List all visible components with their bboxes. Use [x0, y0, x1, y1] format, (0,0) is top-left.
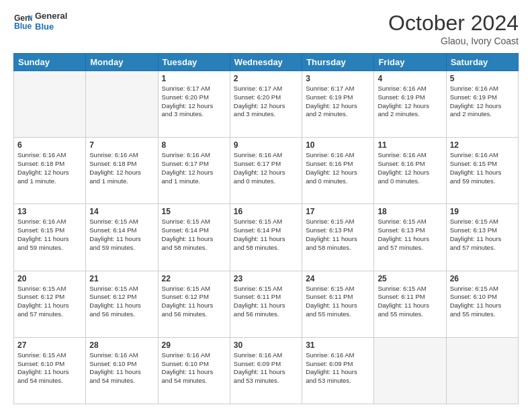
- calendar-day-19: 19Sunrise: 6:15 AM Sunset: 6:13 PM Dayli…: [446, 204, 518, 271]
- day-number: 14: [89, 207, 154, 216]
- calendar-day-28: 28Sunrise: 6:16 AM Sunset: 6:10 PM Dayli…: [86, 337, 158, 404]
- calendar-day-1: 1Sunrise: 6:17 AM Sunset: 6:20 PM Daylig…: [158, 71, 230, 138]
- weekday-header-thursday: Thursday: [302, 54, 374, 71]
- day-number: 20: [17, 274, 82, 283]
- day-info: Sunrise: 6:16 AM Sunset: 6:09 PM Dayligh…: [234, 351, 298, 385]
- day-number: 4: [378, 74, 442, 83]
- day-info: Sunrise: 6:15 AM Sunset: 6:13 PM Dayligh…: [378, 218, 442, 252]
- calendar-day-14: 14Sunrise: 6:15 AM Sunset: 6:14 PM Dayli…: [86, 204, 158, 271]
- day-info: Sunrise: 6:16 AM Sunset: 6:17 PM Dayligh…: [234, 151, 298, 185]
- day-number: 12: [450, 140, 515, 150]
- day-info: Sunrise: 6:15 AM Sunset: 6:14 PM Dayligh…: [162, 218, 226, 252]
- day-info: Sunrise: 6:15 AM Sunset: 6:13 PM Dayligh…: [450, 218, 515, 252]
- location-subtitle: Glaou, Ivory Coast: [388, 36, 519, 46]
- day-number: 29: [162, 340, 226, 350]
- day-info: Sunrise: 6:17 AM Sunset: 6:19 PM Dayligh…: [306, 85, 370, 119]
- day-info: Sunrise: 6:15 AM Sunset: 6:13 PM Dayligh…: [306, 218, 370, 252]
- weekday-header-sunday: Sunday: [14, 54, 86, 71]
- day-number: 23: [234, 274, 298, 283]
- day-info: Sunrise: 6:15 AM Sunset: 6:14 PM Dayligh…: [234, 218, 298, 252]
- day-info: Sunrise: 6:15 AM Sunset: 6:14 PM Dayligh…: [89, 218, 154, 252]
- day-info: Sunrise: 6:16 AM Sunset: 6:19 PM Dayligh…: [378, 85, 442, 119]
- day-info: Sunrise: 6:16 AM Sunset: 6:18 PM Dayligh…: [89, 151, 154, 185]
- day-number: 15: [162, 207, 226, 216]
- weekday-header-friday: Friday: [374, 54, 446, 71]
- day-number: 7: [89, 140, 154, 150]
- day-info: Sunrise: 6:16 AM Sunset: 6:16 PM Dayligh…: [378, 151, 442, 185]
- day-number: 28: [89, 340, 154, 350]
- day-number: 3: [306, 74, 370, 83]
- day-number: 2: [234, 74, 298, 83]
- calendar-week-1: 1Sunrise: 6:17 AM Sunset: 6:20 PM Daylig…: [14, 71, 519, 138]
- day-info: Sunrise: 6:16 AM Sunset: 6:17 PM Dayligh…: [162, 151, 226, 185]
- calendar-day-8: 8Sunrise: 6:16 AM Sunset: 6:17 PM Daylig…: [158, 138, 230, 204]
- day-number: 18: [378, 207, 442, 216]
- calendar-day-6: 6Sunrise: 6:16 AM Sunset: 6:18 PM Daylig…: [14, 138, 86, 204]
- calendar-day-4: 4Sunrise: 6:16 AM Sunset: 6:19 PM Daylig…: [374, 71, 446, 138]
- day-number: 25: [378, 274, 442, 283]
- day-number: 16: [234, 207, 298, 216]
- day-info: Sunrise: 6:16 AM Sunset: 6:10 PM Dayligh…: [162, 351, 226, 385]
- day-info: Sunrise: 6:15 AM Sunset: 6:12 PM Dayligh…: [162, 285, 226, 319]
- day-info: Sunrise: 6:17 AM Sunset: 6:20 PM Dayligh…: [162, 85, 226, 119]
- day-number: 21: [89, 274, 154, 283]
- weekday-header-saturday: Saturday: [446, 54, 518, 71]
- calendar-empty-cell: [446, 337, 518, 404]
- weekday-header-monday: Monday: [86, 54, 158, 71]
- day-info: Sunrise: 6:15 AM Sunset: 6:10 PM Dayligh…: [17, 351, 82, 385]
- day-info: Sunrise: 6:15 AM Sunset: 6:10 PM Dayligh…: [450, 285, 515, 319]
- day-info: Sunrise: 6:16 AM Sunset: 6:18 PM Dayligh…: [17, 151, 82, 185]
- logo: General Blue General Blue: [13, 11, 67, 32]
- day-number: 22: [162, 274, 226, 283]
- day-number: 27: [17, 340, 82, 350]
- day-number: 31: [306, 340, 370, 350]
- day-number: 5: [450, 74, 515, 83]
- day-number: 19: [450, 207, 515, 216]
- calendar-day-26: 26Sunrise: 6:15 AM Sunset: 6:10 PM Dayli…: [446, 271, 518, 337]
- calendar-day-5: 5Sunrise: 6:16 AM Sunset: 6:19 PM Daylig…: [446, 71, 518, 138]
- day-number: 30: [234, 340, 298, 350]
- calendar-day-20: 20Sunrise: 6:15 AM Sunset: 6:12 PM Dayli…: [14, 271, 86, 337]
- calendar-day-13: 13Sunrise: 6:16 AM Sunset: 6:15 PM Dayli…: [14, 204, 86, 271]
- day-number: 10: [306, 140, 370, 150]
- calendar-day-9: 9Sunrise: 6:16 AM Sunset: 6:17 PM Daylig…: [230, 138, 302, 204]
- calendar-day-3: 3Sunrise: 6:17 AM Sunset: 6:19 PM Daylig…: [302, 71, 374, 138]
- logo-icon: General Blue: [13, 12, 32, 31]
- calendar-table: SundayMondayTuesdayWednesdayThursdayFrid…: [13, 53, 519, 404]
- day-number: 8: [162, 140, 226, 150]
- day-number: 26: [450, 274, 515, 283]
- calendar-day-31: 31Sunrise: 6:16 AM Sunset: 6:09 PM Dayli…: [302, 337, 374, 404]
- calendar-day-27: 27Sunrise: 6:15 AM Sunset: 6:10 PM Dayli…: [14, 337, 86, 404]
- weekday-header-wednesday: Wednesday: [230, 54, 302, 71]
- weekday-header-tuesday: Tuesday: [158, 54, 230, 71]
- weekday-header-row: SundayMondayTuesdayWednesdayThursdayFrid…: [14, 54, 519, 71]
- calendar-week-5: 27Sunrise: 6:15 AM Sunset: 6:10 PM Dayli…: [14, 337, 519, 404]
- day-info: Sunrise: 6:15 AM Sunset: 6:12 PM Dayligh…: [17, 285, 82, 319]
- header: General Blue General Blue October 2024 G…: [13, 11, 519, 46]
- title-block: October 2024 Glaou, Ivory Coast: [388, 11, 519, 46]
- day-info: Sunrise: 6:16 AM Sunset: 6:15 PM Dayligh…: [450, 151, 515, 185]
- day-info: Sunrise: 6:17 AM Sunset: 6:20 PM Dayligh…: [234, 85, 298, 119]
- calendar-day-23: 23Sunrise: 6:15 AM Sunset: 6:11 PM Dayli…: [230, 271, 302, 337]
- month-title: October 2024: [388, 11, 519, 36]
- calendar-day-24: 24Sunrise: 6:15 AM Sunset: 6:11 PM Dayli…: [302, 271, 374, 337]
- calendar-day-7: 7Sunrise: 6:16 AM Sunset: 6:18 PM Daylig…: [86, 138, 158, 204]
- day-number: 13: [17, 207, 82, 216]
- calendar-day-12: 12Sunrise: 6:16 AM Sunset: 6:15 PM Dayli…: [446, 138, 518, 204]
- day-number: 24: [306, 274, 370, 283]
- svg-text:Blue: Blue: [14, 21, 32, 31]
- calendar-day-18: 18Sunrise: 6:15 AM Sunset: 6:13 PM Dayli…: [374, 204, 446, 271]
- calendar-day-16: 16Sunrise: 6:15 AM Sunset: 6:14 PM Dayli…: [230, 204, 302, 271]
- calendar-empty-cell: [86, 71, 158, 138]
- day-number: 11: [378, 140, 442, 150]
- calendar-day-21: 21Sunrise: 6:15 AM Sunset: 6:12 PM Dayli…: [86, 271, 158, 337]
- logo-text: General Blue: [35, 11, 67, 32]
- day-info: Sunrise: 6:16 AM Sunset: 6:09 PM Dayligh…: [306, 351, 370, 385]
- day-number: 17: [306, 207, 370, 216]
- day-number: 6: [17, 140, 82, 150]
- calendar-day-25: 25Sunrise: 6:15 AM Sunset: 6:11 PM Dayli…: [374, 271, 446, 337]
- day-number: 1: [162, 74, 226, 83]
- calendar-day-15: 15Sunrise: 6:15 AM Sunset: 6:14 PM Dayli…: [158, 204, 230, 271]
- day-info: Sunrise: 6:16 AM Sunset: 6:19 PM Dayligh…: [450, 85, 515, 119]
- page: General Blue General Blue October 2024 G…: [0, 0, 532, 411]
